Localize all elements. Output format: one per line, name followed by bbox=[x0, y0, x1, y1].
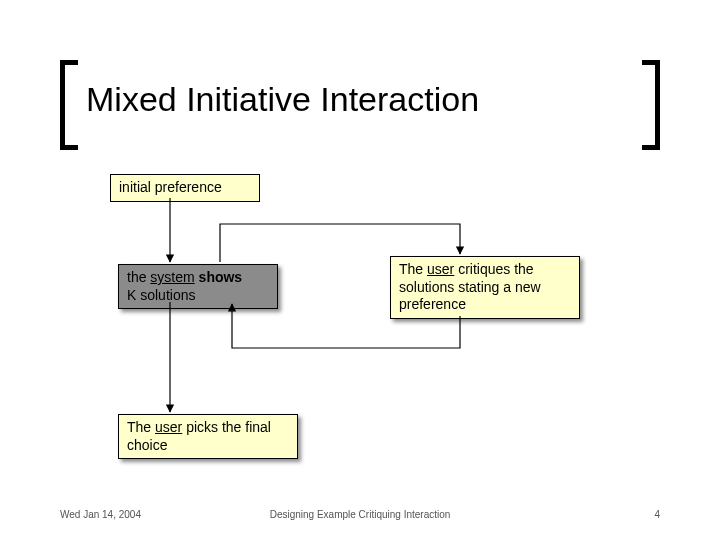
t-u: user bbox=[155, 419, 182, 435]
box-user-critiques: The user critiques the solutions stating… bbox=[390, 256, 580, 319]
t-b: shows bbox=[195, 269, 242, 285]
footer-page: 4 bbox=[654, 509, 660, 520]
t: The bbox=[127, 419, 155, 435]
t: The bbox=[399, 261, 427, 277]
title-bracket-right bbox=[642, 60, 660, 150]
box-initial-text: initial preference bbox=[119, 179, 222, 195]
t-u: user bbox=[427, 261, 454, 277]
box-initial-preference: initial preference bbox=[110, 174, 260, 202]
footer-center: Designing Example Critiquing Interaction bbox=[0, 509, 720, 520]
t: the bbox=[127, 269, 150, 285]
slide: Mixed Initiative Interaction initial pre… bbox=[0, 0, 720, 540]
slide-title: Mixed Initiative Interaction bbox=[86, 80, 479, 119]
title-bracket-left bbox=[60, 60, 78, 150]
box-user-final: The user picks the final choice bbox=[118, 414, 298, 459]
box-system-line2: K solutions bbox=[127, 287, 269, 305]
t-u: system bbox=[150, 269, 194, 285]
t: picks the final bbox=[182, 419, 271, 435]
box-critique-line1: The user critiques the bbox=[399, 261, 571, 279]
box-final-line2: choice bbox=[127, 437, 289, 455]
box-critique-line2: solutions stating a new bbox=[399, 279, 571, 297]
box-system-shows: the system shows K solutions bbox=[118, 264, 278, 309]
t: critiques the bbox=[454, 261, 533, 277]
box-critique-line3: preference bbox=[399, 296, 571, 314]
box-system-line1: the system shows bbox=[127, 269, 269, 287]
box-final-line1: The user picks the final bbox=[127, 419, 289, 437]
